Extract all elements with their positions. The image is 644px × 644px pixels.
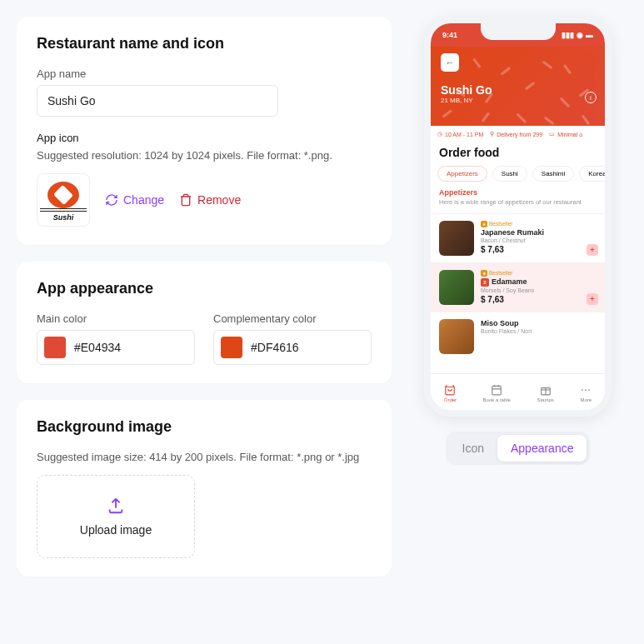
upload-image-zone[interactable]: Upload image <box>37 475 195 558</box>
bestseller-badge: ★Bestseller <box>481 221 597 227</box>
bag-icon <box>444 384 456 396</box>
delivery-info: ⚲Delivery from 299 <box>490 131 542 137</box>
signal-icon: ▮▮▮ <box>562 31 574 39</box>
comp-color-label: Complementary color <box>213 312 372 325</box>
tab-order[interactable]: Order <box>444 384 457 402</box>
app-name-input[interactable] <box>37 85 278 117</box>
toggle-icon-tab[interactable]: Icon <box>449 435 497 462</box>
food-name: Japanese Rumaki <box>481 228 597 237</box>
battery-icon: ▬ <box>586 31 593 39</box>
clock-icon: ◷ <box>437 131 442 137</box>
svg-rect-0 <box>492 386 502 395</box>
add-button[interactable]: + <box>587 244 598 256</box>
food-image <box>439 221 474 256</box>
comp-color-value: #DF4616 <box>251 341 299 354</box>
food-desc: Bonito Flakes / Nori <box>481 328 597 334</box>
preview-toggle: Icon Appearance <box>446 432 591 465</box>
upload-label: Upload image <box>80 523 152 537</box>
minimal-info: ▭Minimal o <box>549 131 582 137</box>
food-name: 2Edamame <box>481 277 597 287</box>
change-icon-button[interactable]: Change <box>105 193 164 207</box>
bestseller-badge: ★Bestseller <box>481 270 597 277</box>
change-label: Change <box>123 193 164 207</box>
chip-sushi[interactable]: Sushi <box>492 166 527 182</box>
info-icon[interactable]: i <box>585 92 597 103</box>
food-desc: Morsels / Soy Beans <box>481 287 597 293</box>
refresh-icon <box>105 193 118 207</box>
food-item[interactable]: ★Bestseller 2Edamame Morsels / Soy Beans… <box>431 262 605 312</box>
food-image <box>439 319 474 354</box>
add-button[interactable]: + <box>587 293 598 305</box>
comp-color-input[interactable]: #DF4616 <box>213 330 372 365</box>
main-color-value: #E04934 <box>74 341 121 354</box>
qty-badge: 2 <box>481 278 489 287</box>
food-price: $ 7,63 <box>481 295 597 304</box>
bg-hint: Suggested image size: 414 by 200 pixels.… <box>37 451 372 463</box>
section-title: Background image <box>37 418 372 436</box>
svg-point-2 <box>582 389 583 391</box>
wifi-icon: ◉ <box>577 31 583 39</box>
delivery-icon: ⚲ <box>490 131 494 137</box>
more-icon <box>580 384 592 396</box>
hero: ← Sushi Go 21 MB, NY i <box>431 47 605 126</box>
restaurant-name: Sushi Go <box>441 83 595 97</box>
app-icon-label: App icon <box>37 132 372 144</box>
category-subtitle: Here is a wide range of appetizers of ou… <box>431 198 605 213</box>
order-food-title: Order food <box>431 142 605 166</box>
status-time: 9:41 <box>442 31 457 39</box>
food-price: $ 7,63 <box>481 245 597 254</box>
main-color-swatch <box>44 337 66 358</box>
main-color-label: Main color <box>37 312 195 325</box>
restaurant-name-card: Restaurant name and icon App name App ic… <box>17 17 392 245</box>
comp-color-swatch <box>221 337 242 358</box>
trash-icon <box>179 193 192 207</box>
main-color-input[interactable]: #E04934 <box>37 330 195 365</box>
category-chips: Appetizers Sushi Sashimi Korean fo <box>431 166 605 188</box>
section-title: Restaurant name and icon <box>37 35 372 52</box>
gift-icon <box>540 384 552 396</box>
toggle-appearance-tab[interactable]: Appearance <box>497 435 587 462</box>
food-image <box>439 270 474 305</box>
food-item[interactable]: ★Bestseller Japanese Rumaki Bacon / Ches… <box>431 213 605 262</box>
food-name: Miso Soup <box>481 319 597 327</box>
background-image-card: Background image Suggested image size: 4… <box>17 400 392 577</box>
category-title: Appetizers <box>431 188 605 198</box>
remove-label: Remove <box>197 193 241 207</box>
chip-appetizers[interactable]: Appetizers <box>437 166 487 182</box>
food-desc: Bacon / Chestnut <box>481 237 597 243</box>
tab-stamps[interactable]: Stamps <box>537 384 553 402</box>
tab-bar: Order Book a table Stamps More <box>431 373 605 410</box>
tab-book[interactable]: Book a table <box>483 384 511 402</box>
calendar-icon <box>491 384 502 396</box>
info-strip: ◷10 AM - 11 PM ⚲Delivery from 299 ▭Minim… <box>431 126 605 142</box>
svg-point-4 <box>588 389 590 391</box>
phone-notch <box>481 23 556 40</box>
app-icon-preview: Sushi <box>37 173 90 227</box>
app-appearance-card: App appearance Main color #E04934 Comple… <box>17 262 392 383</box>
sushi-logo-text: Sushi <box>43 213 83 222</box>
chip-korean[interactable]: Korean fo <box>579 166 605 182</box>
svg-point-3 <box>585 389 587 391</box>
app-name-label: App name <box>37 67 372 80</box>
food-item[interactable]: Miso Soup Bonito Flakes / Nori <box>431 312 605 354</box>
phone-preview: 9:41 ▮▮▮ ◉ ▬ ← Sushi Go 21 MB, NY i <box>424 17 612 417</box>
chip-sashimi[interactable]: Sashimi <box>532 166 574 182</box>
icon-hint: Suggested resolution: 1024 by 1024 pixel… <box>37 149 372 162</box>
tab-more[interactable]: More <box>580 384 592 402</box>
status-icons: ▮▮▮ ◉ ▬ <box>562 31 593 39</box>
hours-info: ◷10 AM - 11 PM <box>437 131 483 137</box>
upload-icon <box>107 497 125 515</box>
remove-icon-button[interactable]: Remove <box>179 193 241 207</box>
restaurant-location: 21 MB, NY <box>441 97 595 104</box>
section-title: App appearance <box>37 280 372 297</box>
card-icon: ▭ <box>549 131 555 137</box>
